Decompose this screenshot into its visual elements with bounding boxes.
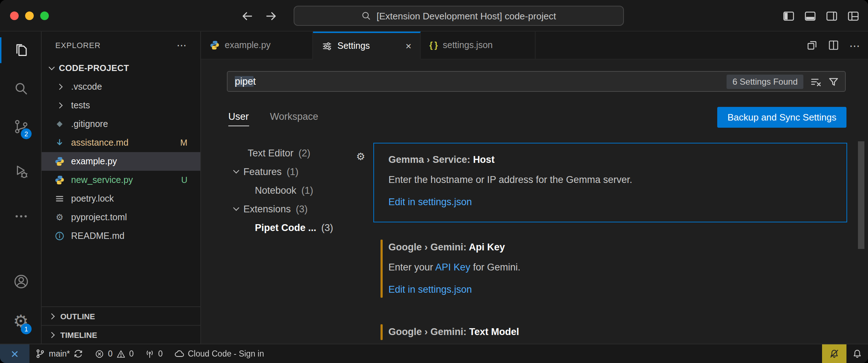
vscode-window: [Extension Development Host] code-projec…: [0, 0, 868, 363]
chevron-right-icon[interactable]: [54, 85, 65, 89]
git-status-badge: U: [181, 175, 187, 185]
window-title: [Extension Development Host] code-projec…: [377, 10, 556, 21]
toc-item-extensions[interactable]: Extensions (3): [201, 199, 366, 218]
activity-bar: 2 ⚙ 1: [0, 32, 42, 344]
tree-item-pyproject-toml[interactable]: ⚙ pyproject.toml: [42, 208, 200, 227]
setting-gemma-service-host[interactable]: Gemma › Service: Host Enter the hostname…: [373, 143, 847, 222]
editor-actions: ⋯: [806, 32, 861, 59]
sidebar-title: EXPLORER: [55, 41, 101, 50]
split-editor-icon[interactable]: [828, 39, 839, 51]
json-file-icon: { }: [429, 40, 438, 50]
git-branch-icon: [35, 349, 45, 359]
ports-status[interactable]: 0: [139, 344, 168, 363]
python-file-icon: [210, 40, 220, 50]
tree-item-example-py[interactable]: example.py: [42, 152, 200, 171]
tab-example-py[interactable]: example.py: [201, 32, 313, 59]
open-changes-icon[interactable]: [806, 39, 818, 51]
python-file-icon: [54, 156, 65, 166]
modified-indicator: [381, 240, 383, 298]
tree-item-assistance-md[interactable]: assistance.md M: [42, 133, 200, 152]
settings-editor: pipet 6 Settings Found User Workspace Ba…: [201, 60, 868, 344]
info-file-icon: [54, 231, 65, 241]
tree-item-new-service-py[interactable]: new_service.py U: [42, 171, 200, 189]
chevron-right-icon: [46, 333, 57, 337]
bell-icon: [852, 349, 862, 359]
timeline-section-header[interactable]: TIMELINE: [42, 325, 200, 344]
zoom-window-button[interactable]: [40, 11, 49, 20]
minimize-window-button[interactable]: [25, 11, 34, 20]
tab-settings[interactable]: Settings ×: [313, 32, 421, 60]
chevron-right-icon[interactable]: [54, 103, 65, 108]
explorer-sidebar: EXPLORER ⋯ CODE-PROJECT .vscode tests .g…: [42, 32, 201, 344]
bell-slash-icon: [829, 349, 839, 359]
close-tab-icon[interactable]: ×: [406, 41, 411, 51]
tree-item-tests[interactable]: tests: [42, 96, 200, 115]
run-debug-view-icon[interactable]: [8, 159, 34, 184]
source-control-view-icon[interactable]: 2: [8, 113, 34, 139]
scm-changes-badge: 2: [21, 128, 32, 139]
notifications-status[interactable]: [846, 344, 868, 363]
command-center-search[interactable]: [Extension Development Host] code-projec…: [294, 6, 624, 26]
settings-list: Gemma › Service: Host Enter the hostname…: [373, 60, 847, 344]
toml-gear-file-icon: ⚙: [54, 212, 65, 222]
settings-scrollbar[interactable]: [858, 141, 864, 249]
git-branch-status[interactable]: main*: [29, 344, 89, 363]
outline-section-header[interactable]: OUTLINE: [42, 306, 200, 325]
accounts-icon[interactable]: [8, 268, 34, 294]
manage-gear-icon[interactable]: ⚙ 1: [8, 308, 34, 334]
workbench: 2 ⚙ 1 EXPLORER ⋯ CODE-P: [0, 32, 868, 344]
api-key-link[interactable]: API Key: [435, 262, 471, 273]
edit-in-settings-json-link[interactable]: Edit in settings.json: [388, 283, 472, 296]
warnings-icon: [116, 349, 126, 358]
problems-status[interactable]: 0 0: [89, 344, 140, 363]
python-file-icon: [54, 175, 65, 185]
scope-tab-user[interactable]: User: [228, 107, 249, 126]
settings-toc: Text Editor (2) Features (1) Notebook (1…: [201, 143, 366, 237]
setting-google-gemini-text-model[interactable]: Google › Gemini: Text Model: [373, 315, 847, 344]
edit-in-settings-json-link[interactable]: Edit in settings.json: [388, 195, 472, 209]
sidebar-sections: OUTLINE TIMELINE: [42, 306, 200, 344]
toc-item-pipet-code[interactable]: Pipet Code ... (3): [201, 218, 366, 237]
more-actions-icon[interactable]: ⋯: [849, 40, 861, 51]
toc-item-text-editor[interactable]: Text Editor (2): [201, 143, 366, 162]
toc-item-notebook[interactable]: Notebook (1): [201, 181, 366, 199]
setting-actions-gear-icon[interactable]: ⚙: [356, 151, 365, 162]
scope-tab-workspace[interactable]: Workspace: [270, 107, 318, 126]
status-bar: main* 0 0 0 Cloud Code - Sign in: [0, 344, 868, 363]
customize-layout-icon[interactable]: [847, 10, 859, 22]
titlebar: [Extension Development Host] code-projec…: [0, 0, 868, 32]
setting-google-gemini-api-key[interactable]: Google › Gemini: Api Key Enter your API …: [373, 230, 847, 310]
chevron-down-icon[interactable]: [46, 66, 57, 70]
tab-settings-json[interactable]: { } settings.json: [421, 32, 536, 59]
close-window-button[interactable]: [10, 11, 19, 20]
status-bar-right: [822, 344, 868, 363]
setting-description: Enter the hostname or IP address for the…: [388, 173, 835, 187]
tree-item-vscode[interactable]: .vscode: [42, 77, 200, 96]
markdown-file-icon: [54, 138, 65, 148]
settings-sliders-icon: [322, 41, 332, 51]
cloud-code-status[interactable]: Cloud Code - Sign in: [168, 344, 270, 363]
traffic-lights: [10, 11, 49, 20]
tree-item-poetry-lock[interactable]: poetry.lock: [42, 189, 200, 208]
explorer-view-icon[interactable]: [8, 37, 34, 63]
tree-root-code-project[interactable]: CODE-PROJECT: [42, 59, 200, 77]
forward-icon[interactable]: [265, 10, 277, 22]
active-view-indicator: [0, 37, 1, 63]
toggle-secondary-sidebar-icon[interactable]: [826, 10, 838, 22]
modified-indicator: [381, 324, 383, 340]
search-view-icon[interactable]: [8, 75, 34, 101]
more-views-icon[interactable]: [8, 203, 34, 229]
chevron-down-icon[interactable]: [230, 169, 242, 174]
remote-indicator[interactable]: [0, 344, 29, 363]
toc-item-features[interactable]: Features (1): [201, 162, 366, 181]
git-file-icon: [54, 119, 65, 129]
toggle-primary-sidebar-icon[interactable]: [783, 10, 795, 22]
chevron-down-icon[interactable]: [230, 207, 242, 211]
tree-item-readme-md[interactable]: README.md: [42, 227, 200, 245]
toggle-panel-icon[interactable]: [804, 10, 816, 22]
tree-item-gitignore[interactable]: .gitignore: [42, 115, 200, 133]
explorer-more-actions-icon[interactable]: ⋯: [177, 39, 187, 51]
do-not-disturb-status[interactable]: [822, 344, 846, 363]
cloud-icon: [174, 349, 184, 359]
back-icon[interactable]: [241, 10, 253, 22]
